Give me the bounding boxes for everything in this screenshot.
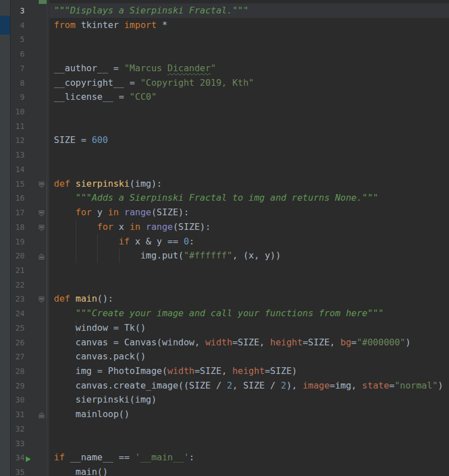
- line-number[interactable]: 14: [11, 162, 25, 177]
- code-line[interactable]: def main():: [49, 292, 449, 306]
- code-line[interactable]: sierpinski(img): [49, 392, 449, 407]
- code-line[interactable]: if __name__ == '__main__':: [49, 450, 449, 465]
- line-number[interactable]: 4: [11, 18, 25, 33]
- line-number[interactable]: 28: [11, 364, 25, 378]
- code-line[interactable]: from tkinter import *: [49, 18, 449, 33]
- code-token: sierpinski(img): [54, 394, 157, 405]
- line-number[interactable]: 24: [11, 306, 25, 321]
- line-number[interactable]: 12: [11, 133, 25, 147]
- line-number[interactable]: 18: [11, 220, 25, 234]
- code-token: range: [146, 221, 173, 232]
- line-number[interactable]: 31: [11, 407, 25, 422]
- code-line[interactable]: [49, 162, 449, 177]
- code-line[interactable]: [49, 422, 449, 436]
- fold-end-icon[interactable]: [38, 410, 45, 418]
- code-line[interactable]: [49, 436, 449, 451]
- line-number[interactable]: 7: [11, 61, 25, 76]
- run-button-icon[interactable]: [25, 454, 31, 461]
- code-line[interactable]: """Adds a Sierpinski Fractal to img and …: [49, 191, 449, 205]
- code-token: canvas.pack(): [54, 351, 146, 362]
- code-token: from: [54, 20, 76, 30]
- code-line[interactable]: [49, 147, 449, 162]
- code-token: __author__ =: [54, 63, 124, 73]
- code-token: main(): [54, 466, 108, 476]
- line-number[interactable]: 5: [11, 32, 25, 47]
- fold-collapse-icon[interactable]: [38, 295, 45, 302]
- fold-collapse-icon[interactable]: [38, 180, 45, 187]
- code-line[interactable]: [49, 32, 449, 47]
- fold-collapse-icon[interactable]: [38, 209, 45, 216]
- code-line[interactable]: __license__ = "CC0": [49, 90, 449, 104]
- line-number[interactable]: 13: [11, 147, 25, 162]
- code-line[interactable]: img.put("#ffffff", (x, y)): [49, 248, 449, 263]
- line-number[interactable]: 21: [11, 263, 25, 278]
- line-number[interactable]: 29: [11, 378, 25, 393]
- line-number[interactable]: 3: [11, 3, 25, 18]
- fold-end-icon[interactable]: [38, 252, 45, 259]
- code-token: def: [54, 293, 76, 304]
- code-token: [54, 192, 76, 203]
- line-number[interactable]: 35: [11, 465, 25, 476]
- line-number[interactable]: 32: [11, 422, 25, 436]
- line-number[interactable]: 25: [11, 321, 25, 335]
- code-line[interactable]: SIZE = 600: [49, 133, 449, 147]
- line-number[interactable]: 20: [11, 248, 25, 263]
- code-line[interactable]: [49, 104, 449, 119]
- code-line[interactable]: window = Tk(): [49, 321, 449, 335]
- code-token: [54, 221, 97, 232]
- line-number[interactable]: 26: [11, 335, 25, 350]
- code-line[interactable]: [49, 47, 449, 61]
- line-number[interactable]: 9: [11, 90, 25, 104]
- code-token: , (x, y)): [232, 250, 281, 261]
- code-line[interactable]: __copyright__ = "Copyright 2019, Kth": [49, 76, 449, 90]
- gutter-row: 18: [11, 220, 49, 234]
- code-line[interactable]: """Create your image and call your funct…: [49, 306, 449, 321]
- code-line[interactable]: mainloop(): [49, 407, 449, 422]
- gutter-row: 31: [11, 407, 49, 422]
- line-number[interactable]: 23: [11, 292, 25, 306]
- code-line[interactable]: __author__ = "Marcus Dicander": [49, 61, 449, 76]
- project-panel-selection-row[interactable]: [0, 16, 10, 35]
- gutter-row: 29: [11, 378, 49, 393]
- line-number[interactable]: 22: [11, 278, 25, 292]
- line-number[interactable]: 17: [11, 205, 25, 220]
- code-token: """Adds a Sierpinski Fractal to img and …: [76, 192, 378, 203]
- line-number[interactable]: 19: [11, 234, 25, 249]
- code-line[interactable]: [49, 119, 449, 133]
- line-number[interactable]: 11: [11, 119, 25, 133]
- code-line[interactable]: img = PhotoImage(width=SIZE, height=SIZE…: [49, 364, 449, 378]
- line-number[interactable]: 33: [11, 436, 25, 451]
- line-number[interactable]: 30: [11, 392, 25, 407]
- code-line[interactable]: if x & y == 0:: [49, 234, 449, 249]
- line-number[interactable]: 27: [11, 349, 25, 364]
- line-number[interactable]: 8: [11, 76, 25, 90]
- code-line[interactable]: canvas.create_image((SIZE / 2, SIZE / 2)…: [49, 378, 449, 393]
- code-line[interactable]: for y in range(SIZE):: [49, 205, 449, 220]
- line-number[interactable]: 6: [11, 47, 25, 61]
- line-number[interactable]: 16: [11, 191, 25, 205]
- code-token: "Copyright 2019, Kth": [140, 77, 254, 88]
- code-line[interactable]: [49, 278, 449, 292]
- code-token: , SIZE /: [232, 380, 281, 391]
- code-token: bg: [341, 337, 351, 348]
- code-line[interactable]: canvas.pack(): [49, 349, 449, 364]
- code-token: "#000000": [356, 337, 405, 348]
- code-line[interactable]: canvas = Canvas(window, width=SIZE, heig…: [49, 335, 449, 350]
- code-line[interactable]: main(): [49, 465, 449, 476]
- fold-collapse-icon[interactable]: [38, 223, 45, 230]
- line-number[interactable]: 15: [11, 177, 25, 191]
- code-token: 2: [281, 380, 287, 391]
- code-token: "CC0": [130, 91, 157, 102]
- gutter-row: 34: [11, 450, 49, 465]
- code-line[interactable]: """Displays a Sierpinski Fractal.""": [49, 3, 449, 18]
- code-token: main: [76, 293, 98, 304]
- gutter-row: 17: [11, 205, 49, 220]
- line-number[interactable]: 34: [11, 450, 25, 465]
- code-line[interactable]: for x in range(SIZE):: [49, 220, 449, 234]
- code-line[interactable]: [49, 263, 449, 278]
- code-editor[interactable]: """Displays a Sierpinski Fractal."""from…: [49, 0, 449, 476]
- line-number[interactable]: 10: [11, 104, 25, 119]
- code-line[interactable]: def sierpinski(img):: [49, 177, 449, 191]
- code-token: (img):: [130, 178, 162, 189]
- code-token: =SIZE,: [303, 337, 340, 348]
